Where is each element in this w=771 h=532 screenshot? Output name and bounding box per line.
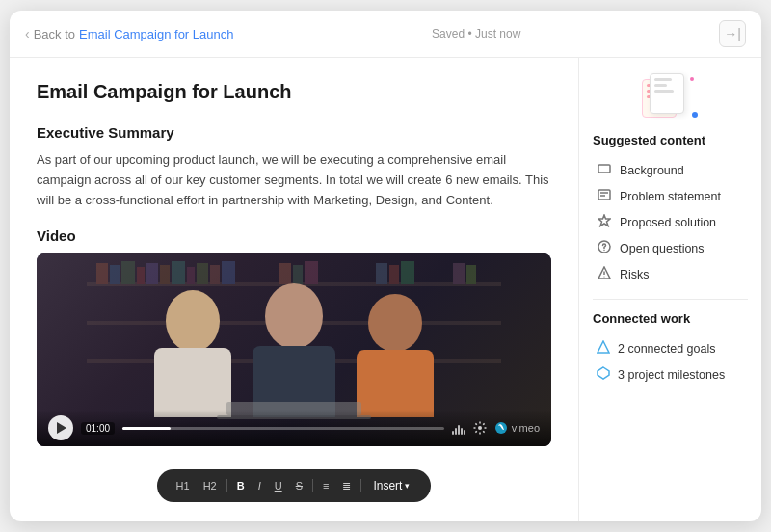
- strikethrough-button[interactable]: S: [292, 478, 306, 493]
- numbered-list-button[interactable]: ≣: [338, 478, 355, 494]
- sound-bars: [452, 421, 465, 435]
- back-text: Back to: [34, 27, 75, 41]
- italic-button[interactable]: I: [254, 478, 265, 493]
- svg-point-41: [603, 276, 604, 277]
- insert-button[interactable]: Insert ▾: [367, 477, 415, 494]
- sidebar: Suggested content Background: [578, 58, 761, 521]
- video-time: 01:00: [81, 422, 115, 435]
- proposed-solution-icon: [597, 214, 612, 230]
- play-button[interactable]: [48, 415, 73, 440]
- background-label: Background: [620, 164, 684, 177]
- back-link[interactable]: ‹ Back to Email Campaign for Launch: [25, 26, 233, 41]
- problem-statement-label: Problem statement: [620, 190, 721, 203]
- sidebar-illustration: [593, 73, 748, 121]
- sound-bar-5: [464, 430, 465, 435]
- svg-point-38: [603, 250, 604, 251]
- sidebar-divider: [593, 299, 748, 300]
- svg-marker-36: [598, 215, 610, 226]
- suggested-content-title: Suggested content: [593, 133, 748, 147]
- settings-icon[interactable]: [473, 421, 487, 435]
- open-questions-label: Open questions: [620, 242, 705, 255]
- executive-summary-body[interactable]: As part of our upcoming product launch, …: [37, 150, 551, 210]
- editor-area: Email Campaign for Launch Executive Summ…: [10, 58, 578, 521]
- connected-goals-item[interactable]: 2 connected goals: [593, 335, 748, 361]
- collapse-icon: →|: [724, 26, 741, 41]
- video-progress-fill: [122, 427, 171, 430]
- h2-button[interactable]: H2: [199, 478, 221, 493]
- sound-bar-2: [455, 428, 457, 435]
- connected-work-title: Connected work: [593, 311, 748, 326]
- document-title: Email Campaign for Launch: [37, 81, 551, 103]
- top-bar: ‹ Back to Email Campaign for Launch Save…: [10, 11, 761, 58]
- risks-label: Risks: [620, 268, 650, 281]
- main-content: Email Campaign for Launch Executive Summ…: [10, 58, 761, 521]
- vimeo-logo: vimeo: [494, 421, 540, 435]
- open-questions-icon: [597, 240, 612, 256]
- video-player[interactable]: 01:00: [37, 253, 551, 446]
- sound-bar-1: [452, 431, 454, 435]
- project-milestones-label: 3 project milestones: [618, 368, 725, 382]
- svg-point-31: [495, 422, 507, 434]
- back-link-anchor[interactable]: Email Campaign for Launch: [79, 27, 233, 41]
- bullet-list-button[interactable]: ≡: [319, 478, 332, 493]
- editor-toolbar: H1 H2 B I U S ≡ ≣ Insert ▾: [157, 469, 432, 502]
- project-milestones-icon: [597, 366, 610, 383]
- insert-label: Insert: [373, 479, 402, 492]
- illustration-box: [642, 73, 700, 121]
- toolbar-divider-2: [312, 479, 313, 492]
- bold-button[interactable]: B: [233, 478, 249, 493]
- svg-marker-43: [598, 367, 609, 379]
- sidebar-item-open-questions[interactable]: Open questions: [593, 235, 748, 261]
- svg-point-24: [265, 283, 323, 349]
- illus-dot-pink: [688, 75, 696, 83]
- connected-goals-label: 2 connected goals: [618, 342, 715, 356]
- sound-bar-4: [461, 428, 463, 435]
- h1-button[interactable]: H1: [173, 478, 194, 493]
- back-chevron: ‹: [25, 26, 30, 41]
- svg-rect-33: [598, 190, 610, 200]
- project-milestones-item[interactable]: 3 project milestones: [593, 361, 748, 387]
- play-icon: [57, 422, 66, 434]
- sound-bar-3: [458, 425, 460, 435]
- svg-point-30: [478, 426, 482, 430]
- svg-point-26: [368, 294, 422, 352]
- executive-summary-heading: Executive Summary: [37, 124, 551, 141]
- connected-goals-icon: [597, 340, 610, 357]
- sidebar-item-risks[interactable]: Risks: [593, 261, 748, 287]
- svg-rect-32: [598, 165, 610, 173]
- problem-statement-icon: [597, 188, 612, 204]
- toolbar-divider-1: [226, 479, 227, 492]
- sidebar-item-proposed-solution[interactable]: Proposed solution: [593, 209, 748, 235]
- proposed-solution-label: Proposed solution: [620, 216, 716, 229]
- risks-icon: [597, 266, 612, 282]
- video-label: Video: [37, 227, 551, 244]
- insert-chevron-icon: ▾: [405, 481, 410, 491]
- video-progress-bar[interactable]: [122, 427, 444, 430]
- illus-card-front: [650, 73, 684, 114]
- video-people: [37, 263, 551, 417]
- background-icon: [597, 162, 612, 178]
- sidebar-item-problem-statement[interactable]: Problem statement: [593, 183, 748, 209]
- svg-point-22: [166, 290, 220, 352]
- toolbar-divider-3: [360, 479, 361, 492]
- underline-button[interactable]: U: [271, 478, 286, 493]
- collapse-button[interactable]: →|: [719, 20, 746, 47]
- saved-status: Saved • Just now: [432, 27, 520, 40]
- illus-dot-blue: [690, 110, 700, 120]
- sidebar-item-background[interactable]: Background: [593, 157, 748, 183]
- video-controls[interactable]: 01:00: [37, 410, 551, 446]
- svg-marker-42: [598, 341, 609, 353]
- app-window: ‹ Back to Email Campaign for Launch Save…: [10, 11, 761, 521]
